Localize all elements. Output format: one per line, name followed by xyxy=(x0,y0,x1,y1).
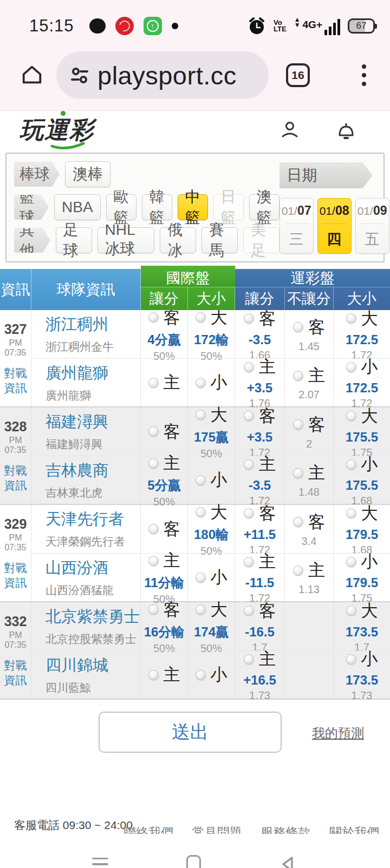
radio-button[interactable] xyxy=(346,459,356,470)
home-nav-button[interactable] xyxy=(186,855,201,868)
bet-option[interactable]: 客 xyxy=(293,413,325,436)
bet-option[interactable]: 小 xyxy=(196,371,227,394)
sport-category-tag[interactable]: 籃球 xyxy=(14,195,49,220)
bet-option[interactable]: 主 xyxy=(293,364,325,387)
radio-button[interactable] xyxy=(293,371,303,381)
bet-option[interactable]: 主 xyxy=(244,550,276,573)
filter-league-button[interactable]: NBA xyxy=(54,194,101,220)
bet-option[interactable]: 小 xyxy=(346,356,378,378)
radio-button[interactable] xyxy=(244,557,254,567)
radio-button[interactable] xyxy=(346,362,356,372)
bet-option[interactable]: 大 xyxy=(196,404,227,426)
filter-league-button[interactable]: 美足 xyxy=(243,227,280,253)
filter-league-button[interactable]: 日籃 xyxy=(213,194,244,220)
footer-link[interactable]: 常見問題 xyxy=(192,824,242,834)
bet-option[interactable]: 小 xyxy=(196,469,227,491)
radio-button[interactable] xyxy=(293,322,303,332)
radio-button[interactable] xyxy=(148,378,159,388)
radio-button[interactable] xyxy=(346,411,356,421)
bet-option[interactable]: 客 xyxy=(148,518,180,541)
bet-option[interactable]: 主 xyxy=(244,648,276,670)
radio-button[interactable] xyxy=(244,654,254,665)
radio-button[interactable] xyxy=(244,411,254,421)
radio-button[interactable] xyxy=(346,313,356,324)
team-name-link[interactable]: 廣州龍獅 xyxy=(46,363,140,384)
team-name-link[interactable]: 福建潯興 xyxy=(46,411,140,433)
radio-button[interactable] xyxy=(148,604,159,615)
radio-button[interactable] xyxy=(346,508,356,518)
notifications-bell-icon[interactable] xyxy=(336,119,356,142)
radio-button[interactable] xyxy=(196,475,206,485)
bet-option[interactable]: 大 xyxy=(346,502,378,525)
filter-league-button[interactable]: NHL冰球 xyxy=(98,227,155,253)
radio-button[interactable] xyxy=(293,565,303,576)
team-name-link[interactable]: 山西汾酒 xyxy=(46,557,140,579)
footer-link[interactable]: 聯絡我們 xyxy=(123,824,173,834)
browser-menu-button[interactable] xyxy=(362,64,366,86)
bet-option[interactable]: 小 xyxy=(346,453,378,476)
site-logo[interactable]: 玩運彩 xyxy=(20,114,94,146)
radio-button[interactable] xyxy=(148,458,159,469)
radio-button[interactable] xyxy=(196,507,206,517)
team-name-link[interactable]: 天津先行者 xyxy=(46,509,140,530)
bet-option[interactable]: 客 xyxy=(293,511,325,534)
bet-option[interactable]: 客 xyxy=(244,502,276,525)
bet-option[interactable]: 客 xyxy=(244,600,276,622)
filter-league-button[interactable]: 澳棒 xyxy=(65,161,110,187)
bet-option[interactable]: 小 xyxy=(346,648,378,670)
matchup-info-link[interactable]: 對戰資訊 xyxy=(3,464,28,492)
bet-option[interactable]: 小 xyxy=(196,566,227,589)
radio-button[interactable] xyxy=(244,313,254,324)
home-button[interactable] xyxy=(20,63,44,88)
back-nav-button[interactable] xyxy=(278,854,298,868)
filter-league-button[interactable]: 歐籃 xyxy=(106,194,136,220)
bet-option[interactable]: 大 xyxy=(196,599,227,621)
radio-button[interactable] xyxy=(196,410,206,420)
team-name-link[interactable]: 吉林農商 xyxy=(46,460,140,482)
footer-link[interactable]: 關於我們 xyxy=(329,824,379,834)
radio-button[interactable] xyxy=(148,670,159,680)
bet-option[interactable]: 客 xyxy=(293,316,325,339)
recents-menu-button[interactable] xyxy=(92,854,108,868)
bet-option[interactable]: 主 xyxy=(148,452,180,475)
bet-option[interactable]: 大 xyxy=(196,501,227,524)
sport-category-tag[interactable]: 其他 xyxy=(14,228,50,253)
radio-button[interactable] xyxy=(346,654,356,665)
radio-button[interactable] xyxy=(148,426,159,437)
date-card[interactable]: 01/08四 xyxy=(317,198,352,254)
submit-button[interactable]: 送出 xyxy=(99,712,282,753)
team-name-link[interactable]: 北京紫禁勇士 xyxy=(46,606,140,628)
bet-option[interactable]: 客 xyxy=(148,599,180,621)
account-icon[interactable] xyxy=(278,120,300,141)
radio-button[interactable] xyxy=(244,606,254,616)
bet-option[interactable]: 客 xyxy=(244,307,276,330)
my-predictions-link[interactable]: 我的預測 xyxy=(312,725,364,742)
radio-button[interactable] xyxy=(148,524,159,534)
radio-button[interactable] xyxy=(293,468,303,478)
bet-option[interactable]: 主 xyxy=(148,371,180,394)
radio-button[interactable] xyxy=(148,556,159,566)
bet-option[interactable]: 大 xyxy=(346,405,378,428)
radio-button[interactable] xyxy=(196,604,206,615)
bet-option[interactable]: 大 xyxy=(346,307,378,330)
radio-button[interactable] xyxy=(244,459,254,470)
bet-option[interactable]: 主 xyxy=(244,356,276,378)
radio-button[interactable] xyxy=(293,517,303,527)
bet-option[interactable]: 客 xyxy=(244,405,276,428)
radio-button[interactable] xyxy=(293,419,303,430)
date-card[interactable]: 01/09五 xyxy=(355,198,389,254)
matchup-info-link[interactable]: 對戰資訊 xyxy=(3,561,28,590)
matchup-info-link[interactable]: 對戰資訊 xyxy=(3,366,28,395)
bet-option[interactable]: 小 xyxy=(346,550,378,573)
radio-button[interactable] xyxy=(196,378,206,388)
radio-button[interactable] xyxy=(196,312,206,323)
bet-option[interactable]: 大 xyxy=(346,600,378,622)
radio-button[interactable] xyxy=(196,670,206,680)
team-name-link[interactable]: 四川錦城 xyxy=(46,655,140,676)
site-settings-icon[interactable] xyxy=(70,66,89,84)
radio-button[interactable] xyxy=(148,312,159,323)
bet-option[interactable]: 主 xyxy=(148,663,180,686)
radio-button[interactable] xyxy=(346,606,356,616)
bet-option[interactable]: 主 xyxy=(148,549,180,572)
bet-option[interactable]: 客 xyxy=(148,420,180,443)
